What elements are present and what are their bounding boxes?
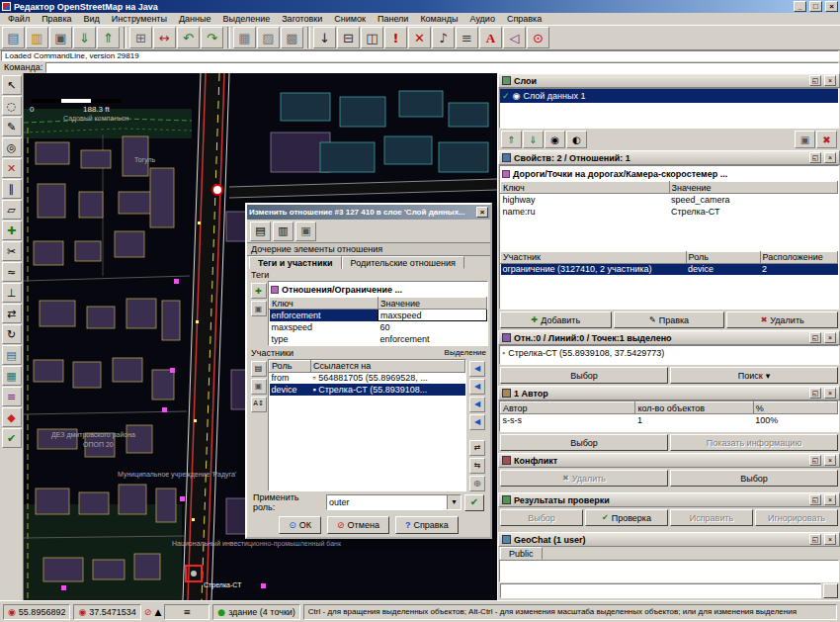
redo-icon[interactable]: ↷ (201, 27, 223, 48)
select-tool-icon[interactable]: ↖ (2, 75, 22, 95)
col-header[interactable]: Значение (669, 182, 838, 194)
copy-members-icon[interactable]: ▤ (251, 361, 267, 377)
col-header[interactable]: Ключ (270, 298, 378, 310)
tab-parent-relations[interactable]: Родительские отношения (342, 256, 464, 269)
validator-select-button[interactable]: Выбор (500, 509, 583, 526)
speaker-icon[interactable]: ◁ (503, 27, 526, 48)
menu-view[interactable]: Вид (78, 13, 106, 25)
layer-opacity-icon[interactable]: ◐ (566, 131, 587, 148)
col-header[interactable]: Роль (270, 360, 311, 372)
maximize-icon[interactable]: □ (809, 1, 822, 12)
layer-row[interactable]: ✓ ◉ Слой данных 1 (500, 89, 838, 103)
conflict-toggle-icon[interactable]: ◆ (2, 407, 22, 427)
menu-presets[interactable]: Заготовки (276, 13, 328, 25)
layer-up-icon[interactable]: ⇑ (501, 131, 522, 148)
validator-ignore-button[interactable]: Игнорировать (755, 509, 838, 526)
text-style-icon[interactable]: A (479, 27, 502, 48)
apply-icon[interactable]: ▤ (250, 222, 271, 241)
preset-row[interactable]: Дороги/Точки на дорогах/Камера-скоростем… (500, 166, 838, 181)
dialog-close-icon[interactable]: × (476, 207, 488, 218)
layer-visible-icon[interactable]: ◉ (513, 91, 521, 101)
combine-tool-icon[interactable]: ≈ (2, 262, 22, 282)
minimize-icon[interactable]: _ (794, 1, 806, 12)
command-input[interactable] (45, 62, 839, 73)
delete-tool-icon[interactable]: ✕ (2, 158, 22, 178)
save-icon[interactable]: ▣ (49, 27, 72, 48)
grid-icon[interactable]: ▦ (233, 27, 256, 48)
sort-members-icon[interactable]: A↕ (251, 397, 267, 412)
table-row[interactable]: enforcement maxspeed (270, 310, 487, 321)
properties-toggle-icon[interactable]: ▦ (2, 366, 22, 386)
authors-info-button[interactable]: Показать информацию (670, 434, 838, 451)
conflict-select-button[interactable]: Выбор (670, 470, 838, 487)
print-icon[interactable]: ⊟ (337, 27, 360, 48)
imagery-icon[interactable]: ▨ (257, 27, 280, 48)
role-combobox[interactable]: ▾ (326, 494, 462, 510)
col-header[interactable]: Значение (378, 298, 487, 310)
chart-icon[interactable]: ≡ (456, 27, 478, 48)
conflict-delete-button[interactable]: ✖ Удалить (500, 470, 668, 487)
draw-tool-icon[interactable]: ✎ (2, 117, 22, 136)
split-tool-icon[interactable]: ✂ (2, 241, 22, 261)
layer-down-icon[interactable]: ⇓ (523, 131, 544, 148)
relation-preset-row[interactable]: Отношения/Ограничение ... (269, 282, 487, 297)
col-header[interactable]: % (753, 402, 837, 414)
upload-icon[interactable]: ⇑ (97, 27, 120, 48)
menu-selection[interactable]: Выделение (216, 13, 276, 25)
table-row[interactable]: s-s-s 1 100% (501, 414, 838, 426)
extrude-tool-icon[interactable]: ▱ (2, 200, 22, 220)
validator-panel-header[interactable]: Результаты проверки ◱ × (498, 492, 840, 507)
chevron-down-icon[interactable]: ▾ (447, 495, 461, 509)
member-row[interactable]: from ▫ 564881705 (55.8969528, ... (270, 372, 465, 384)
improve-accuracy-tool-icon[interactable]: ✚ (2, 221, 22, 240)
ok-button[interactable]: ⊙ ОК (279, 516, 321, 534)
validator-run-button[interactable]: ✔ Проверка (585, 509, 668, 526)
col-header[interactable]: кол-во объектов (635, 402, 753, 414)
member-row[interactable]: device ▪ Стрелка-СТ (55.8939108... (270, 384, 465, 396)
add-selected-at-start-icon[interactable]: ◀ (469, 361, 485, 377)
edit-tag-button[interactable]: ✎ Правка (614, 311, 725, 328)
selection-close-icon[interactable]: × (824, 332, 836, 343)
table-row[interactable]: maxspeed 60 (270, 321, 487, 333)
help-button[interactable]: ? Справка (395, 516, 459, 534)
close-icon[interactable]: × (825, 1, 838, 12)
paste-tags-icon[interactable]: ▣ (251, 301, 267, 316)
col-header[interactable]: Автор (501, 402, 635, 414)
authors-close-icon[interactable]: × (824, 388, 836, 399)
properties-panel-header[interactable]: Свойств: 2 / Отношений: 1 ◱ × (498, 150, 840, 165)
tab-public[interactable]: Public (500, 547, 543, 560)
col-header[interactable]: Ссылается на (311, 360, 465, 372)
rotate-tool-icon[interactable]: ↻ (2, 324, 22, 344)
selection-item[interactable]: ▪ Стрелка-СТ (55.8939108, 37.5429773) (500, 346, 838, 360)
paste-members-icon[interactable]: ▣ (251, 379, 267, 395)
conflicts-dock-icon[interactable]: ◱ (809, 455, 821, 466)
zoom-slider-icon[interactable]: ≡ (184, 607, 192, 617)
properties-close-icon[interactable]: × (824, 152, 836, 163)
selection-dock-icon[interactable]: ◱ (809, 332, 821, 343)
validator-close-icon[interactable]: × (824, 494, 836, 505)
role-input[interactable] (327, 495, 447, 509)
selection-search-button[interactable]: Поиск ▾ (670, 367, 838, 384)
add-tag-button[interactable]: ✚ Добавить (500, 311, 612, 328)
add-selected-after-icon[interactable]: ◀ (469, 397, 485, 412)
new-layer-icon[interactable]: ▤ (2, 27, 25, 48)
imagery-alt-icon[interactable]: ▩ (281, 27, 303, 48)
warning-icon[interactable]: ! (384, 27, 407, 48)
delete-icon[interactable]: ✕ (408, 27, 431, 48)
menu-help[interactable]: Справка (501, 13, 547, 25)
conflicts-panel-header[interactable]: Конфликт ◱ × (498, 453, 840, 468)
conflicts-close-icon[interactable]: × (824, 455, 836, 466)
download-icon[interactable]: ⇓ (73, 27, 96, 48)
authors-dock-icon[interactable]: ◱ (809, 388, 821, 399)
download-gps-icon[interactable]: ↓ (313, 27, 336, 48)
geochat-panel-header[interactable]: GeoChat (1 user) ◱ × (498, 532, 840, 547)
add-selected-at-end-icon[interactable]: ◀ (469, 414, 485, 430)
remove-selected-icon[interactable]: ⇆ (469, 458, 485, 474)
record-off-icon[interactable]: ⊘ (144, 607, 152, 617)
col-header[interactable]: Участник (501, 251, 687, 263)
menu-data[interactable]: Данные (173, 13, 217, 25)
menu-imagery[interactable]: Снимок (328, 13, 372, 25)
validator-toggle-icon[interactable]: ✔ (2, 428, 22, 448)
layers-toggle-icon[interactable]: ▤ (2, 345, 22, 365)
table-row[interactable]: type enforcement (270, 333, 487, 345)
